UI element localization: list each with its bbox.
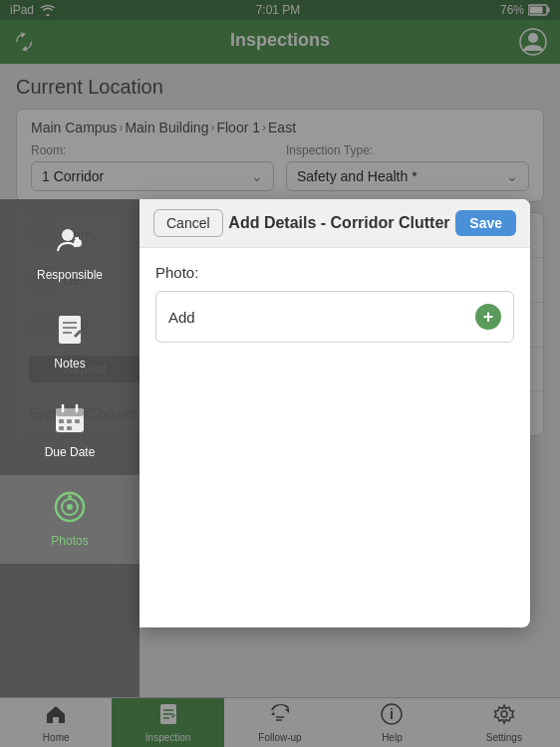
dialog-box: Cancel Add Details - Corridor Clutter Sa… — [140, 199, 530, 627]
sidebar-responsible-label: Responsible — [37, 268, 103, 282]
svg-rect-14 — [56, 408, 84, 416]
due-date-icon — [54, 402, 86, 441]
sidebar-notes-label: Notes — [54, 357, 85, 371]
svg-point-5 — [62, 229, 74, 241]
notes-icon — [56, 314, 84, 353]
sidebar-photos-label: Photos — [51, 534, 88, 548]
cancel-button[interactable]: Cancel — [153, 209, 223, 237]
sidebar-item-responsible[interactable]: Responsible — [0, 209, 140, 298]
svg-rect-9 — [59, 316, 81, 344]
svg-rect-19 — [75, 419, 80, 423]
photos-icon — [54, 491, 86, 530]
svg-point-24 — [67, 504, 73, 510]
add-circle-icon: + — [475, 304, 501, 330]
dialog-title: Add Details - Corridor Clutter — [223, 214, 456, 232]
sidebar-item-photos[interactable]: Photos — [0, 475, 140, 564]
sidebar-item-duedate[interactable]: Due Date — [0, 386, 140, 475]
svg-rect-21 — [67, 426, 72, 430]
photo-section-label: Photo: — [155, 264, 514, 281]
sidebar-item-notes[interactable]: Notes — [0, 298, 140, 386]
dialog-header: Cancel Add Details - Corridor Clutter Sa… — [140, 199, 530, 248]
svg-rect-20 — [59, 426, 64, 430]
svg-point-25 — [68, 495, 72, 499]
responsible-icon — [54, 225, 86, 264]
dialog-body: Photo: Add + — [140, 248, 530, 627]
svg-line-8 — [75, 238, 78, 239]
add-photo-button[interactable]: Add + — [155, 291, 514, 343]
svg-rect-17 — [59, 419, 64, 423]
sidebar-panel: Responsible Notes — [0, 199, 140, 697]
save-button[interactable]: Save — [455, 210, 516, 236]
svg-rect-18 — [67, 419, 72, 423]
add-photo-label: Add — [168, 309, 195, 326]
sidebar-duedate-label: Due Date — [45, 445, 96, 459]
